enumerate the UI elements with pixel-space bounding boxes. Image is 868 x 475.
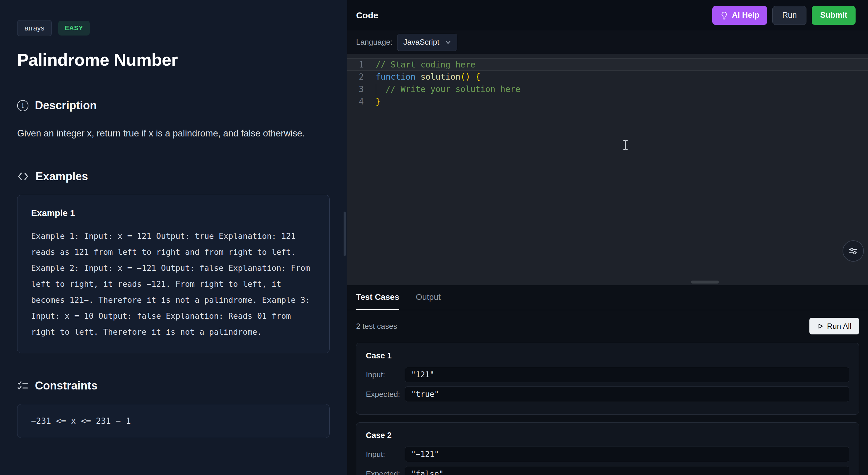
case-expected-row: Expected: [366,466,849,475]
test-case-card: Case 2 Input: Expected: [356,422,859,475]
code-brackets: } [376,97,380,106]
example-card-body: Example 1: Input: x = 121 Output: true E… [31,228,316,340]
expected-label: Expected: [366,469,405,475]
problem-panel-scrollbar[interactable] [344,212,346,256]
code-brackets: () { [461,72,480,82]
problem-tags-row: arrays EASY [17,20,330,36]
description-text: Given an integer x, return true if x is … [17,127,330,140]
constraints-heading-label: Constraints [35,379,97,392]
line-number: 4 [347,96,376,108]
floating-settings-button[interactable] [842,240,864,262]
run-all-label: Run All [827,322,851,331]
checklist-icon [17,380,28,391]
code-line[interactable]: 2 function solution() { [347,71,868,83]
play-icon [817,323,824,329]
code-line[interactable]: 4 } [347,96,868,108]
code-brackets-icon [17,171,29,182]
code-line[interactable]: 3 // Write your solution here [347,83,868,96]
examples-heading: Examples [17,170,330,183]
run-all-button[interactable]: Run All [809,318,859,335]
indent-guide [376,84,376,95]
problem-panel: arrays EASY Palindrome Number i Descript… [0,0,347,475]
info-circle-icon: i [17,100,28,111]
case-expected-row: Expected: [366,386,849,402]
problem-title: Palindrome Number [17,50,330,69]
submit-button[interactable]: Submit [812,6,856,25]
case-title: Case 2 [366,431,849,440]
code-header: Code AI Help Run Submit [347,0,868,30]
example-card: Example 1 Example 1: Input: x = 121 Outp… [17,195,330,353]
code-keyword: function [376,72,415,82]
tests-toolbar: 2 test cases Run All [356,318,859,335]
input-label: Input: [366,450,405,459]
code-editor[interactable]: 1 // Start coding here 2 function soluti… [347,54,868,285]
ai-help-button[interactable]: AI Help [712,6,767,25]
test-case-card: Case 1 Input: Expected: [356,343,859,415]
examples-heading-label: Examples [35,170,88,183]
chevron-down-icon [445,40,451,44]
case-input-row: Input: [366,367,849,382]
case1-input-field[interactable] [405,367,849,382]
description-heading-label: Description [35,99,97,112]
code-line[interactable]: 1 // Start coding here [347,58,868,71]
constraints-text: −231 <= x <= 231 − 1 [31,416,316,426]
topic-tag: arrays [17,20,52,36]
language-bar: Language: JavaScript [347,30,868,54]
submit-label: Submit [820,11,847,20]
case2-expected-field[interactable] [405,466,849,475]
language-select[interactable]: JavaScript [397,34,457,51]
tab-output[interactable]: Output [416,285,441,310]
tab-test-cases[interactable]: Test Cases [356,285,399,310]
test-cases-count: 2 test cases [356,322,397,331]
constraints-heading: Constraints [17,379,330,392]
case1-expected-field[interactable] [405,386,849,402]
code-comment: // Start coding here [376,60,475,69]
constraints-card: −231 <= x <= 231 − 1 [17,404,330,438]
case-input-row: Input: [366,447,849,462]
language-selected-value: JavaScript [403,38,439,47]
tab-output-label: Output [416,292,441,302]
description-heading: i Description [17,99,330,112]
case2-input-field[interactable] [405,447,849,462]
code-panel: Code AI Help Run Submit Language: J [347,0,868,475]
app-root: arrays EASY Palindrome Number i Descript… [0,0,868,475]
sliders-icon [848,246,858,256]
input-label: Input: [366,370,405,379]
tests-section: Test Cases Output 2 test cases Run All [347,285,868,475]
line-number: 1 [347,59,376,70]
line-number: 3 [347,83,376,96]
run-button[interactable]: Run [772,6,807,25]
run-label: Run [782,11,797,20]
case-title: Case 1 [366,351,849,360]
code-function-name: solution [415,72,461,82]
lightbulb-icon [720,11,728,20]
tests-body: 2 test cases Run All Case 1 Input: [347,310,868,475]
language-label: Language: [356,38,393,47]
line-number: 2 [347,71,376,83]
example-card-title: Example 1 [31,208,316,218]
header-actions: AI Help Run Submit [712,6,856,25]
tests-tabs: Test Cases Output [347,285,868,310]
tab-test-cases-label: Test Cases [356,292,399,302]
ai-help-label: AI Help [732,11,760,20]
code-panel-title: Code [356,10,378,21]
expected-label: Expected: [366,390,405,399]
code-comment: // Write your solution here [376,84,520,94]
difficulty-badge: EASY [58,21,90,35]
editor-horizontal-scrollbar[interactable] [691,281,719,284]
